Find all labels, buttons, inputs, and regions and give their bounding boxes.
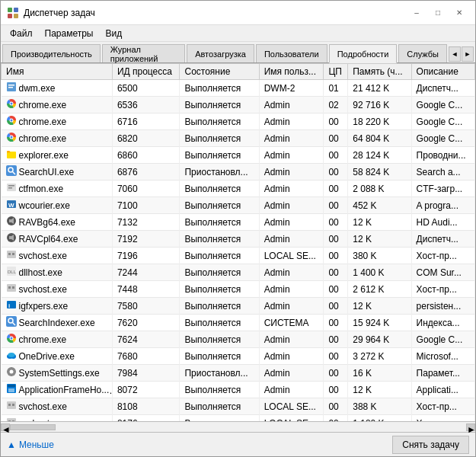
- table-row[interactable]: svchost.exe7448ВыполняетсяAdmin002 612 K…: [2, 281, 475, 298]
- table-row[interactable]: DLLdllhost.exe7244ВыполняетсяAdmin001 40…: [2, 264, 475, 281]
- svg-rect-58: [8, 388, 14, 392]
- table-row[interactable]: SearchUI.exe6876Приостановл...Admin0058 …: [2, 164, 475, 181]
- table-row[interactable]: Wwcourier.exe7100ВыполняетсяAdmin00452 K…: [2, 197, 475, 214]
- scroll-thumb[interactable]: [10, 424, 56, 430]
- process-state: Выполняется: [180, 315, 259, 331]
- process-description: Microsof...: [411, 348, 474, 365]
- close-button[interactable]: ✕: [449, 5, 469, 21]
- process-memory: 2 088 K: [348, 181, 411, 197]
- process-name-cell: OneDrive.exe: [2, 348, 113, 365]
- table-row[interactable]: chrome.exe7624ВыполняетсяAdmin0029 964 K…: [2, 331, 475, 348]
- less-button[interactable]: ▲ Меньше: [7, 439, 54, 450]
- process-name: RAVBg64.exe: [19, 217, 76, 228]
- process-table: Имя ИД процесса Состояние Имя польз... Ц…: [1, 63, 475, 421]
- table-row[interactable]: iigfxpers.exe7580ВыполняетсяAdmin0012 Kp…: [2, 298, 475, 315]
- process-icon: i: [6, 299, 17, 312]
- tab-users[interactable]: Пользователи: [256, 44, 327, 62]
- process-name: SearchUI.exe: [19, 167, 75, 177]
- process-cpu: 00: [324, 382, 348, 398]
- tab-startup[interactable]: Автозагрузка: [187, 44, 254, 62]
- col-cpu[interactable]: ЦП: [324, 64, 348, 80]
- process-icon: [6, 400, 17, 413]
- process-name: svchost.exe: [19, 251, 67, 261]
- svg-text:W: W: [8, 202, 14, 209]
- svg-point-15: [10, 136, 12, 139]
- process-cpu: 00: [324, 164, 348, 181]
- svg-rect-18: [7, 151, 10, 152]
- table-row[interactable]: svchost.exe8176ВыполняетсяLOCAL SE...001…: [2, 415, 475, 422]
- tab-details[interactable]: Подробности: [329, 44, 398, 63]
- svg-rect-61: [12, 404, 14, 406]
- process-user: Admin: [259, 281, 324, 298]
- process-state: Выполняется: [180, 248, 259, 264]
- table-row[interactable]: OneDrive.exe7680ВыполняетсяAdmin003 272 …: [2, 348, 475, 365]
- tab-scroll-left[interactable]: ◄: [449, 46, 461, 62]
- tab-nav-buttons: ◄ ►: [449, 46, 474, 62]
- process-description: HD Audi...: [411, 214, 474, 231]
- process-memory: 16 K: [348, 365, 411, 382]
- menu-view[interactable]: Вид: [99, 27, 128, 40]
- tabs-bar: Производительность Журнал приложений Авт…: [1, 42, 475, 63]
- menu-file[interactable]: Файл: [4, 27, 39, 40]
- table-row[interactable]: explorer.exe6860ВыполняетсяAdmin0028 124…: [2, 147, 475, 164]
- process-cpu: 00: [324, 315, 348, 331]
- end-task-button[interactable]: Снять задачу: [392, 436, 469, 454]
- process-user: Admin: [259, 298, 324, 315]
- process-name-cell: DLLdllhost.exe: [2, 264, 113, 281]
- table-row[interactable]: SearchIndexer.exe7620ВыполняетсяСИСТЕМА0…: [2, 315, 475, 331]
- col-desc[interactable]: Описание: [411, 64, 474, 80]
- table-row[interactable]: RAVBg64.exe7132ВыполняетсяAdmin0012 KHD …: [2, 214, 475, 231]
- scroll-right-btn[interactable]: ►: [466, 423, 475, 431]
- process-cpu: 00: [324, 248, 348, 264]
- table-row[interactable]: chrome.exe6716ВыполняетсяAdmin0018 220 K…: [2, 113, 475, 130]
- menu-parameters[interactable]: Параметры: [39, 27, 100, 40]
- process-icon: [6, 333, 17, 346]
- process-table-container[interactable]: Имя ИД процесса Состояние Имя польз... Ц…: [1, 63, 475, 421]
- table-row[interactable]: chrome.exe6536ВыполняетсяAdmin0292 716 K…: [2, 97, 475, 113]
- col-state[interactable]: Состояние: [180, 64, 259, 80]
- process-user: Admin: [259, 113, 324, 130]
- tab-services[interactable]: Службы: [398, 44, 447, 62]
- col-pid[interactable]: ИД процесса: [112, 64, 180, 80]
- table-row[interactable]: ctfmon.exe7060ВыполняетсяAdmin002 088 KC…: [2, 181, 475, 197]
- tab-performance[interactable]: Производительность: [2, 44, 101, 62]
- process-memory: 3 272 K: [348, 348, 411, 365]
- process-description: Индекса...: [411, 315, 474, 331]
- process-pid: 7620: [112, 315, 180, 331]
- process-user: Admin: [259, 181, 324, 197]
- process-name: RAVCpl64.exe: [19, 234, 78, 244]
- col-mem[interactable]: Память (ч...: [348, 64, 411, 80]
- table-row[interactable]: svchost.exe7196ВыполняетсяLOCAL SE...003…: [2, 248, 475, 264]
- svg-rect-60: [8, 404, 11, 406]
- process-memory: 58 824 K: [348, 164, 411, 181]
- table-row[interactable]: RAVCpl64.exe7192ВыполняетсяAdmin0012 KДи…: [2, 231, 475, 248]
- scroll-left-btn[interactable]: ◄: [1, 423, 10, 431]
- svg-rect-55: [14, 371, 16, 372]
- table-row[interactable]: chrome.exe6820ВыполняетсяAdmin0064 804 K…: [2, 130, 475, 147]
- maximize-button[interactable]: □: [428, 5, 448, 21]
- table-row[interactable]: dwm.exe6500ВыполняетсяDWM-20121 412 KДис…: [2, 80, 475, 97]
- process-icon: [6, 232, 17, 245]
- svg-rect-0: [8, 8, 12, 12]
- process-cpu: 00: [324, 113, 348, 130]
- table-row[interactable]: ApplicationFrameHo...8072ВыполняетсяAdmi…: [2, 382, 475, 398]
- process-pid: 7132: [112, 214, 180, 231]
- table-row[interactable]: SystemSettings.exe7984Приостановл...Admi…: [2, 365, 475, 382]
- process-memory: 380 K: [348, 248, 411, 264]
- minimize-button[interactable]: –: [407, 5, 426, 21]
- svg-rect-38: [12, 286, 14, 289]
- process-name-cell: explorer.exe: [2, 147, 113, 164]
- horizontal-scrollbar[interactable]: ◄ ►: [1, 421, 475, 432]
- tab-scroll-right[interactable]: ►: [462, 46, 474, 62]
- bottom-bar: ▲ Меньше Снять задачу: [1, 432, 475, 456]
- process-icon: [6, 115, 17, 128]
- process-state: Выполняется: [180, 130, 259, 147]
- tab-app-history[interactable]: Журнал приложений: [102, 44, 185, 62]
- process-pid: 6500: [112, 80, 180, 97]
- process-user: Admin: [259, 365, 324, 382]
- table-row[interactable]: svchost.exe8108ВыполняетсяLOCAL SE...003…: [2, 398, 475, 415]
- process-pid: 7192: [112, 231, 180, 248]
- col-user[interactable]: Имя польз...: [259, 64, 324, 80]
- process-user: Admin: [259, 214, 324, 231]
- col-name[interactable]: Имя: [2, 64, 113, 80]
